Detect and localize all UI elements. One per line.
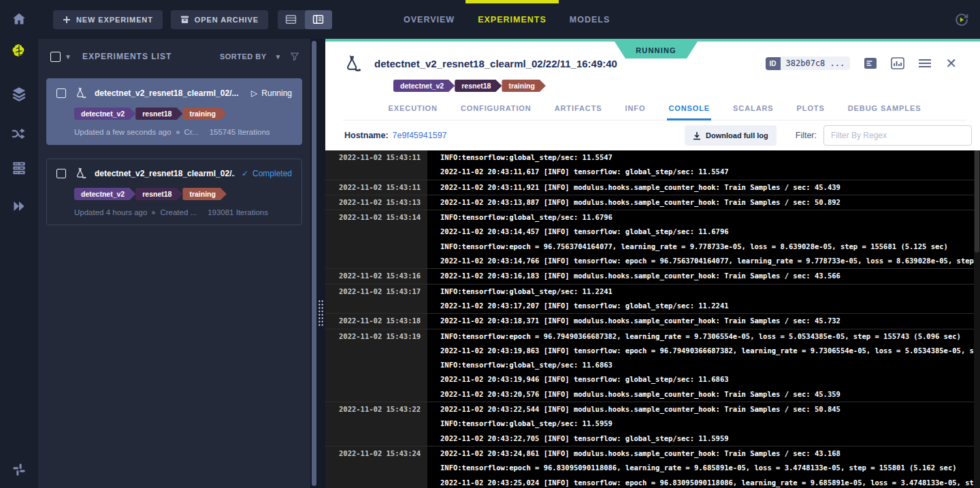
log-line: 2022-11-02 20:43:22,544 [INFO] modulus.h…: [440, 402, 980, 417]
created-text: Created ...: [160, 208, 197, 216]
hostname-value: 7e9f45941597: [393, 131, 447, 140]
experiment-tab[interactable]: ARTIFACTS: [553, 100, 604, 120]
experiment-flask-icon: [74, 167, 88, 180]
log-lines: INFO:tensorflow:global_step/sec: 11.5547…: [427, 150, 980, 180]
open-archive-label: OPEN ARCHIVE: [195, 16, 259, 24]
log-line: 2022-11-02 20:43:14,457 [INFO] tensorflo…: [440, 225, 980, 239]
log-line: 2022-11-02 20:43:20,576 [INFO] modulus.h…: [440, 387, 980, 402]
log-timestamp: 2022-11-02 15:43:13: [325, 195, 427, 210]
log-line: 2022-11-02 20:43:11,921 [INFO] modulus.h…: [440, 180, 980, 195]
id-value: 382b07c8 ...: [781, 56, 851, 70]
filter-funnel-icon[interactable]: [290, 52, 299, 61]
log-timestamp: 2022-11-02 15:43:19: [325, 329, 427, 402]
log-timestamp: 2022-11-02 15:43:16: [325, 269, 427, 283]
experiment-tab[interactable]: CONFIGURATION: [459, 100, 533, 120]
experiment-tab[interactable]: SCALARS: [732, 100, 774, 120]
experiment-tab[interactable]: EXECUTION: [387, 100, 439, 120]
list-scrollbar[interactable]: [312, 41, 316, 486]
pipelines-icon[interactable]: [9, 124, 29, 144]
experiment-checkbox[interactable]: [56, 169, 66, 178]
running-status-banner: RUNNING: [615, 42, 698, 59]
status-label: Completed: [252, 169, 292, 178]
log-line: INFO:tensorflow:global_step/sec: 11.5547: [440, 150, 980, 165]
log-line: INFO:tensorflow:epoch = 96.8309509011808…: [440, 461, 980, 475]
menu-icon[interactable]: [918, 58, 932, 69]
log-timestamp: 2022-11-02 15:43:17: [325, 284, 427, 314]
status-label: Running: [261, 88, 292, 98]
experiments-cards: detectnet_v2_resnet18_clearml_02/... ▷ R…: [38, 74, 310, 488]
experiment-tags: detectnet_v2resnet18training: [393, 80, 966, 92]
log-line: 2022-11-02 20:43:17,207 [INFO] tensorflo…: [440, 299, 980, 313]
home-icon[interactable]: [9, 9, 29, 29]
sorted-by-caret-icon[interactable]: ▼: [275, 53, 282, 61]
iterations-text: 193081 Iterations: [208, 208, 268, 216]
splitter-grip-handle[interactable]: [318, 299, 324, 327]
tag: detectnet_v2: [393, 80, 455, 92]
download-full-log-button[interactable]: Download full log: [685, 125, 777, 146]
experiments-list-panel: ▼ EXPERIMENTS LIST SORTED BY ▼: [38, 39, 310, 488]
log-line: 2022-11-02 20:43:14,766 [INFO] tensorflo…: [440, 254, 980, 268]
log-line: INFO:tensorflow:global_step/sec: 11.6796: [440, 210, 980, 225]
log-line: INFO:tensorflow:global_step/sec: 11.6863: [440, 358, 980, 372]
log-timestamp: 2022-11-02 15:43:14: [325, 210, 427, 268]
log-timestamp: 2022-11-02 15:43:24: [325, 446, 427, 488]
log-lines: 2022-11-02 20:43:24,861 [INFO] modulus.h…: [427, 446, 980, 488]
plus-icon: [63, 16, 71, 24]
close-icon[interactable]: ✕: [945, 56, 957, 70]
select-dropdown-caret-icon[interactable]: ▼: [65, 53, 71, 61]
filter-regex-input[interactable]: [823, 125, 972, 146]
experiment-tab[interactable]: DEBUG SAMPLES: [847, 100, 923, 120]
slack-icon[interactable]: [9, 459, 29, 480]
log-timestamp: 2022-11-02 15:43:11: [325, 150, 427, 180]
datasets-layers-icon[interactable]: [9, 84, 29, 104]
left-icon-rail: [0, 0, 38, 488]
log-lines: 2022-11-02 20:43:22,544 [INFO] modulus.h…: [427, 402, 980, 446]
workers-servers-icon[interactable]: [9, 158, 29, 178]
sorted-by-label[interactable]: SORTED BY: [220, 52, 267, 61]
log-lines: INFO:tensorflow:global_step/sec: 11.2241…: [427, 284, 980, 314]
app-root: NEW EXPERIMENT OPEN ARCHIVE: [0, 0, 980, 488]
log-group: 2022-11-02 15:43:19 INFO:tensorflow:epoc…: [325, 329, 980, 402]
log-line: 2022-11-02 20:43:16,183 [INFO] modulus.h…: [440, 269, 980, 283]
view-toggle: [278, 10, 332, 29]
tag: training: [182, 108, 227, 120]
panel-splitter: [310, 39, 325, 488]
console-log: 2022-11-02 15:43:11 INFO:tensorflow:glob…: [325, 150, 980, 488]
experiment-tabs: EXECUTION CONFIGURATION ARTIFACTS INFO C…: [343, 100, 966, 120]
created-text: Cr...: [184, 128, 199, 136]
experiment-card[interactable]: detectnet_v2_resnet18_clearml_02/... ✓ C…: [46, 159, 302, 225]
experiment-checkbox[interactable]: [56, 88, 66, 98]
experiment-tab[interactable]: INFO: [624, 100, 647, 120]
filter-label: Filter:: [796, 131, 817, 140]
updated-text: Updated a few seconds ago: [74, 128, 172, 136]
top-nav-tab[interactable]: EXPERIMENTS: [476, 0, 548, 39]
console-scrollbar-thumb[interactable]: [975, 150, 979, 253]
log-line: INFO:tensorflow:epoch = 96.7949036668738…: [440, 329, 980, 344]
metrics-chart-icon[interactable]: [891, 57, 904, 69]
table-view-toggle-icon[interactable]: [278, 10, 305, 29]
new-experiment-button[interactable]: NEW EXPERIMENT: [53, 10, 163, 29]
iterations-text: 155745 Iterations: [210, 128, 270, 136]
projects-brain-icon[interactable]: [9, 42, 29, 62]
open-archive-button[interactable]: OPEN ARCHIVE: [171, 10, 268, 29]
experiment-card[interactable]: detectnet_v2_resnet18_clearml_02/... ▷ R…: [46, 78, 302, 145]
log-lines: 2022-11-02 20:43:18,371 [INFO] modulus.h…: [427, 314, 980, 328]
console-scrollbar[interactable]: [974, 150, 980, 488]
reports-chevrons-icon[interactable]: [9, 196, 29, 216]
experiment-id[interactable]: ID 382b07c8 ...: [766, 56, 851, 70]
experiment-card-title: detectnet_v2_resnet18_clearml_02/...: [95, 88, 244, 98]
log-timestamp: 2022-11-02 15:43:11: [325, 180, 427, 195]
log-line: 2022-11-02 20:43:11,617 [INFO] tensorflo…: [440, 165, 980, 179]
experiment-card-title: detectnet_v2_resnet18_clearml_02/...: [95, 169, 235, 178]
auto-refresh-icon[interactable]: [951, 10, 972, 30]
log-line: 2022-11-02 20:43:19,863 [INFO] tensorflo…: [440, 344, 980, 358]
detail-view-toggle-icon[interactable]: [305, 10, 332, 29]
log-line: INFO:tensorflow:epoch = 96.7563704164077…: [440, 240, 980, 254]
experiment-tab[interactable]: CONSOLE: [667, 100, 711, 120]
select-all-checkbox[interactable]: [50, 52, 61, 62]
status-icon: ✓: [242, 169, 248, 178]
experiment-tab[interactable]: PLOTS: [796, 100, 826, 120]
top-nav-tab[interactable]: MODELS: [568, 0, 611, 39]
top-nav-tab[interactable]: OVERVIEW: [402, 0, 456, 39]
console-output-icon[interactable]: [864, 57, 877, 69]
